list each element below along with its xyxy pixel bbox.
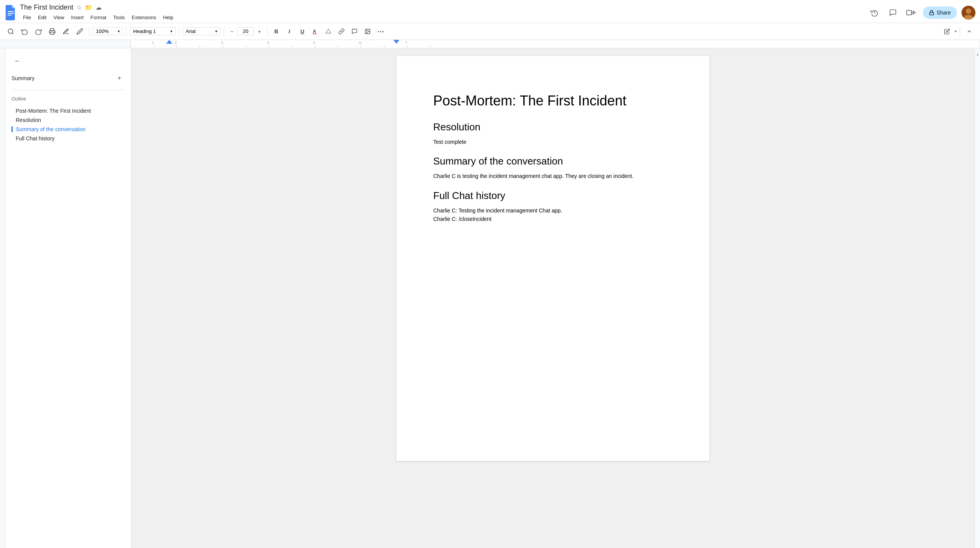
outline-label: Outline	[12, 96, 125, 102]
font-size-control: − 20 +	[227, 27, 264, 36]
menu-insert[interactable]: Insert	[68, 13, 87, 22]
cloud-icon[interactable]: ☁	[96, 4, 102, 11]
ruler-inner: 1 2 3 4 5 6 7	[130, 40, 980, 48]
svg-rect-6	[907, 10, 912, 15]
collapse-icon[interactable]	[963, 25, 975, 38]
sidebar: ← Summary + Outline Post-Mortem: The Fir…	[5, 48, 131, 548]
svg-text:4: 4	[267, 41, 269, 44]
menu-bar: File Edit View Insert Format Tools Exten…	[20, 13, 177, 22]
menu-view[interactable]: View	[50, 13, 67, 22]
chat-line-2: Charlie C: /closeIncident	[433, 215, 673, 223]
svg-point-9	[966, 8, 971, 14]
outline-item-3[interactable]: Summary of the conversation	[12, 125, 125, 134]
doc-title[interactable]: The First Incident	[20, 3, 73, 12]
svg-rect-1	[8, 13, 14, 13]
toolbar-divider-3	[179, 27, 179, 36]
title-section: The First Incident ☆ 📁 ☁ File Edit View …	[20, 3, 177, 22]
sidebar-summary-row: Summary +	[12, 73, 125, 84]
italic-button[interactable]: I	[284, 26, 295, 37]
title-bar-right: ▾ Share	[868, 6, 975, 20]
text-color-button[interactable]: A	[310, 26, 321, 37]
chat-line-1: Charlie C: Testing the incident manageme…	[433, 206, 673, 215]
toolbar: 100% ▾ Heading 1 ▾ Arial ▾ − 20 + B I U …	[0, 23, 980, 40]
menu-help[interactable]: Help	[160, 13, 177, 22]
svg-text:1: 1	[152, 41, 154, 44]
history-icon[interactable]	[868, 6, 881, 20]
redo-icon[interactable]	[32, 25, 45, 38]
comment-button[interactable]	[349, 26, 360, 37]
comments-icon[interactable]	[886, 6, 900, 20]
video-icon[interactable]: ▾	[904, 6, 918, 20]
star-icon[interactable]: ☆	[76, 4, 82, 11]
underline-button[interactable]: U	[297, 26, 308, 37]
section-2-heading: Summary of the conversation	[433, 155, 673, 167]
toolbar-divider-5	[267, 27, 267, 36]
menu-extensions[interactable]: Extensions	[129, 13, 159, 22]
toolbar-divider-2	[126, 27, 127, 36]
edit-mode-icon[interactable]	[941, 25, 953, 38]
font-selector[interactable]: Arial ▾	[182, 27, 221, 35]
summary-label: Summary	[12, 75, 35, 81]
add-summary-button[interactable]: +	[114, 73, 125, 84]
font-size-increase[interactable]: +	[255, 27, 264, 36]
spellcheck-icon[interactable]	[60, 25, 72, 38]
right-panel: ›	[975, 48, 980, 548]
left-margin	[0, 48, 5, 548]
doc-area[interactable]: Post-Mortem: The First Incident Resoluti…	[131, 48, 975, 548]
back-button[interactable]: ←	[12, 54, 24, 67]
svg-text:A: A	[313, 29, 316, 34]
section-3-heading: Full Chat history	[433, 190, 673, 202]
toolbar-divider-1	[89, 27, 89, 36]
sidebar-divider	[12, 90, 125, 90]
more-options-button[interactable]: ⋯	[375, 26, 386, 37]
menu-tools[interactable]: Tools	[110, 13, 128, 22]
menu-edit[interactable]: Edit	[35, 13, 49, 22]
share-button[interactable]: Share	[923, 7, 957, 19]
svg-line-4	[874, 13, 876, 13]
svg-rect-0	[8, 11, 14, 12]
svg-rect-7	[929, 12, 934, 15]
section-2-body: Charlie C is testing the incident manage…	[433, 172, 673, 180]
image-button[interactable]	[362, 26, 373, 37]
main-area: ← Summary + Outline Post-Mortem: The Fir…	[0, 48, 980, 548]
outline-item-1[interactable]: Post-Mortem: The First Incident	[12, 106, 125, 115]
section-1-body: Test complete	[433, 138, 673, 146]
bold-button[interactable]: B	[271, 26, 282, 37]
collapse-panel-icon[interactable]: ›	[977, 51, 978, 58]
outline-item-4[interactable]: Full Chat history	[12, 134, 125, 143]
toolbar-right: ▾	[941, 25, 975, 38]
menu-format[interactable]: Format	[87, 13, 109, 22]
avatar[interactable]	[962, 6, 975, 20]
font-size-decrease[interactable]: −	[227, 27, 236, 36]
ruler: 1 2 3 4 5 6 7	[0, 40, 980, 48]
svg-marker-5	[911, 11, 914, 14]
highlight-button[interactable]	[323, 26, 334, 37]
folder-icon[interactable]: 📁	[85, 4, 92, 11]
font-value: Arial	[186, 28, 196, 34]
svg-point-17	[366, 30, 367, 31]
zoom-chevron-icon: ▾	[118, 29, 120, 33]
font-chevron-icon: ▾	[215, 29, 217, 33]
doc-title-heading: Post-Mortem: The First Incident	[433, 93, 673, 109]
style-selector[interactable]: Heading 1 ▾	[130, 27, 176, 35]
title-bar: The First Incident ☆ 📁 ☁ File Edit View …	[0, 0, 980, 23]
share-label: Share	[937, 10, 951, 16]
svg-text:3: 3	[221, 41, 223, 44]
search-icon[interactable]	[5, 25, 17, 38]
font-size-value[interactable]: 20	[237, 27, 254, 35]
doc-page: Post-Mortem: The First Incident Resoluti…	[396, 56, 709, 461]
menu-file[interactable]: File	[20, 13, 34, 22]
paint-format-icon[interactable]	[74, 25, 86, 38]
section-1-heading: Resolution	[433, 121, 673, 133]
svg-line-12	[12, 33, 13, 34]
section-3-body: Charlie C: Testing the incident manageme…	[433, 206, 673, 224]
svg-rect-15	[313, 33, 316, 34]
outline-item-2[interactable]: Resolution	[12, 115, 125, 125]
link-button[interactable]	[336, 26, 347, 37]
svg-text:6: 6	[359, 41, 361, 44]
print-icon[interactable]	[46, 25, 58, 38]
zoom-control[interactable]: 100% ▾	[92, 27, 123, 35]
style-value: Heading 1	[133, 28, 156, 34]
undo-icon[interactable]	[18, 25, 31, 38]
svg-text:2: 2	[175, 41, 177, 44]
